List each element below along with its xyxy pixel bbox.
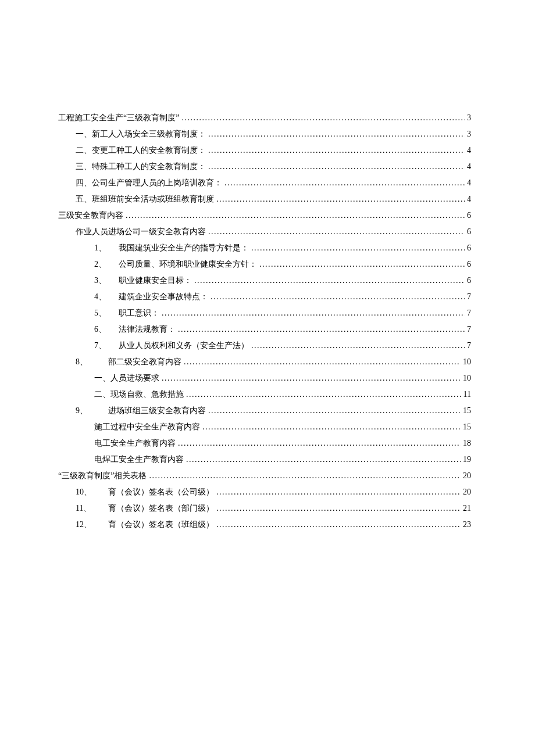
toc-entry-label: 10、育（会议）签名表（公司级） [76, 487, 214, 497]
toc-entry-label: 三、特殊工种工人的安全教育制度： [76, 162, 206, 172]
toc-leader-dots [181, 113, 465, 123]
toc-entry-page: 6 [467, 243, 471, 253]
toc-leader-dots [194, 276, 465, 285]
toc-entry-text: 一、人员进场要求 [94, 374, 159, 382]
toc-entry-page: 15 [463, 422, 471, 432]
toc-leader-dots [162, 309, 465, 318]
toc-entry-page: 6 [467, 211, 471, 220]
toc-entry-label: 四、公司生产管理人员的上岗培训教育： [76, 178, 222, 188]
toc-entry: 电工安全生产教育内容18 [58, 438, 471, 449]
toc-leader-dots [208, 162, 465, 171]
toc-entry-page: 19 [463, 455, 471, 464]
toc-entry-label: 电工安全生产教育内容 [94, 438, 176, 449]
toc-leader-dots [208, 146, 465, 155]
toc-leader-dots [202, 422, 461, 432]
toc-entry: 施工过程中安全生产教育内容15 [58, 422, 471, 432]
toc-entry-text: 部二级安全教育内容 [108, 357, 181, 366]
toc-leader-dots [251, 341, 465, 350]
toc-entry-page: 4 [467, 195, 471, 204]
toc-entry: 1、我国建筑业安全生产的指导方针是：6 [58, 243, 471, 253]
toc-entry: 6、法律法规教育：7 [58, 324, 471, 335]
toc-entry: 四、公司生产管理人员的上岗培训教育：4 [58, 178, 471, 188]
table-of-contents: 工程施工安全生产“三级教育制度”3一、新工人入场安全三级教育制度：3二、变更工种… [58, 113, 471, 530]
toc-entry-label: 五、班组班前安全活动或班组教育制度 [76, 194, 214, 205]
toc-leader-dots [211, 292, 465, 302]
toc-entry-page: 3 [467, 113, 471, 123]
toc-entry: 10、育（会议）签名表（公司级）20 [58, 487, 471, 497]
toc-entry: 工程施工安全生产“三级教育制度”3 [58, 113, 471, 123]
toc-entry: 作业人员进场公司一级安全教育内容6 [58, 227, 471, 237]
toc-leader-dots [186, 390, 461, 399]
toc-entry: 五、班组班前安全活动或班组教育制度4 [58, 194, 471, 205]
toc-leader-dots [184, 357, 461, 367]
toc-entry-label: 三级安全教育内容 [58, 210, 123, 221]
toc-entry-page: 7 [467, 292, 471, 302]
toc-entry-page: 4 [467, 146, 471, 155]
toc-entry-page: 7 [467, 309, 471, 318]
toc-entry-number: 1、 [94, 243, 119, 253]
toc-entry: 三级安全教育内容6 [58, 210, 471, 221]
toc-entry-number: 9、 [76, 406, 108, 416]
toc-entry: 3、职业健康安全目标：6 [58, 275, 471, 286]
toc-entry-text: 五、班组班前安全活动或班组教育制度 [76, 195, 214, 203]
toc-entry-text: 电焊工安全生产教育内容 [94, 455, 184, 464]
toc-entry-text: 进场班组三级安全教育内容 [108, 406, 206, 415]
toc-entry-page: 21 [463, 504, 471, 513]
toc-entry-page: 20 [463, 471, 471, 481]
toc-entry-label: 工程施工安全生产“三级教育制度” [58, 113, 179, 123]
toc-entry-label: “三级教育制度”相关表格 [58, 471, 147, 481]
toc-entry-text: 职工意识： [119, 309, 159, 317]
toc-entry-label: 2、公司质量、环境和职业健康安全方针： [94, 259, 257, 270]
toc-entry-page: 10 [463, 374, 471, 383]
toc-entry-label: 7、从业人员权利和义务（安全生产法） [94, 341, 249, 351]
toc-entry-number: 3、 [94, 275, 119, 286]
toc-entry-text: “三级教育制度”相关表格 [58, 471, 147, 480]
toc-entry-text: 我国建筑业安全生产的指导方针是： [119, 243, 249, 252]
toc-entry-text: 公司质量、环境和职业健康安全方针： [119, 260, 257, 268]
toc-entry-label: 一、新工人入场安全三级教育制度： [76, 129, 206, 139]
toc-entry-label: 电焊工安全生产教育内容 [94, 454, 184, 465]
toc-leader-dots [126, 211, 465, 220]
toc-entry-page: 7 [467, 325, 471, 334]
toc-entry-text: 工程施工安全生产“三级教育制度” [58, 113, 179, 122]
toc-entry: 9、进场班组三级安全教育内容15 [58, 406, 471, 416]
toc-entry-page: 20 [463, 488, 471, 497]
toc-entry-page: 6 [467, 260, 471, 269]
toc-entry-text: 三、特殊工种工人的安全教育制度： [76, 162, 206, 171]
toc-leader-dots [178, 439, 461, 448]
toc-entry-text: 作业人员进场公司一级安全教育内容 [76, 227, 206, 236]
toc-entry: 11、育（会议）签名表（部门级）21 [58, 503, 471, 514]
toc-leader-dots [178, 325, 465, 334]
toc-leader-dots [216, 195, 465, 204]
toc-entry-label: 9、进场班组三级安全教育内容 [76, 406, 206, 416]
toc-leader-dots [216, 520, 461, 529]
toc-entry-text: 电工安全生产教育内容 [94, 439, 176, 447]
toc-entry-label: 1、我国建筑业安全生产的指导方针是： [94, 243, 249, 253]
toc-entry-number: 12、 [76, 519, 108, 530]
toc-entry-page: 4 [467, 178, 471, 188]
toc-leader-dots [216, 504, 461, 513]
toc-entry-number: 7、 [94, 341, 119, 351]
toc-entry-text: 从业人员权利和义务（安全生产法） [119, 341, 249, 350]
toc-entry-page: 7 [467, 341, 471, 350]
toc-entry-text: 施工过程中安全生产教育内容 [94, 422, 200, 431]
toc-entry-label: 12、育（会议）签名表（班组级） [76, 519, 214, 530]
toc-entry: 5、职工意识：7 [58, 308, 471, 318]
toc-entry-label: 3、职业健康安全目标： [94, 275, 192, 286]
toc-entry-label: 8、部二级安全教育内容 [76, 357, 181, 367]
toc-entry-label: 二、现场自救、急救措施 [94, 389, 184, 400]
toc-entry-text: 建筑企业安全事故特点： [119, 292, 208, 301]
toc-entry-page: 23 [463, 520, 471, 529]
toc-entry-label: 施工过程中安全生产教育内容 [94, 422, 200, 432]
toc-entry-text: 一、新工人入场安全三级教育制度： [76, 130, 206, 138]
toc-entry-text: 四、公司生产管理人员的上岗培训教育： [76, 178, 222, 187]
toc-entry-text: 三级安全教育内容 [58, 211, 123, 220]
toc-entry-text: 法律法规教育： [119, 325, 176, 334]
toc-leader-dots [208, 227, 465, 237]
toc-entry-number: 6、 [94, 324, 119, 335]
toc-entry-number: 5、 [94, 308, 119, 318]
toc-entry-text: 职业健康安全目标： [119, 276, 192, 285]
toc-entry-number: 4、 [94, 292, 119, 302]
toc-leader-dots [162, 374, 461, 383]
toc-entry-number: 2、 [94, 259, 119, 270]
